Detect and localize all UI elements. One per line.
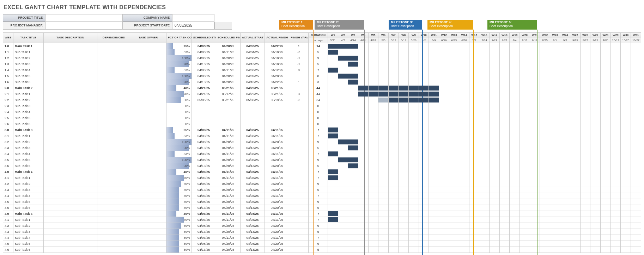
cell-scheduled-finish[interactable]: 04/11/25 — [216, 151, 240, 157]
cell-dependencies[interactable] — [97, 43, 130, 49]
cell-duration[interactable]: 5 — [309, 247, 328, 253]
cell-finish-variance[interactable] — [289, 229, 309, 235]
cell-actual-start[interactable]: 04/09/25 — [240, 73, 265, 79]
cell-actual-start[interactable] — [240, 121, 265, 127]
cell-actual-start[interactable]: 04/22/25 — [240, 91, 265, 97]
cell-actual-start[interactable]: 05/03/25 — [240, 97, 265, 103]
cell-dependencies[interactable] — [97, 133, 130, 139]
cell-finish-variance[interactable] — [289, 205, 309, 211]
cell-actual-finish[interactable]: 04/20/25 — [265, 187, 289, 193]
cell-task-title[interactable]: Sub Task 3 — [13, 145, 43, 151]
cell-scheduled-finish[interactable]: 04/20/25 — [216, 157, 240, 163]
cell-duration[interactable]: 8 — [309, 73, 328, 79]
cell-task-owner[interactable] — [130, 67, 166, 73]
task-row[interactable]: 1.6Sub Task 690%04/13/2504/20/2504/18/25… — [3, 79, 641, 85]
cell-pct[interactable]: 90% — [166, 79, 192, 85]
cell-finish-variance[interactable]: 0 — [289, 67, 309, 73]
cell-scheduled-finish[interactable]: 04/11/25 — [216, 67, 240, 73]
cell-pct[interactable]: 50% — [166, 247, 192, 253]
cell-finish-variance[interactable] — [289, 181, 309, 187]
cell-actual-start[interactable]: 04/13/25 — [240, 145, 265, 151]
cell-dependencies[interactable] — [97, 187, 130, 193]
cell-task-desc[interactable] — [43, 205, 97, 211]
cell-task-title[interactable]: Sub Task 4 — [13, 193, 43, 199]
cell-actual-start[interactable]: 04/13/25 — [240, 163, 265, 169]
cell-actual-finish[interactable]: 04/20/25 — [265, 157, 289, 163]
cell-duration[interactable]: 7 — [309, 217, 328, 223]
cell-scheduled-start[interactable]: 04/13/25 — [192, 79, 216, 85]
cell-actual-start[interactable]: 04/22/25 — [240, 85, 265, 91]
cell-pct[interactable]: 100% — [166, 139, 192, 145]
cell-task-title[interactable]: Sub Task 1 — [13, 91, 43, 97]
cell-task-desc[interactable] — [43, 121, 97, 127]
cell-task-owner[interactable] — [130, 121, 166, 127]
cell-task-title[interactable]: Sub Task 1 — [13, 133, 43, 139]
cell-finish-variance[interactable] — [289, 85, 309, 91]
cell-task-title[interactable]: Sub Task 4 — [13, 109, 43, 115]
cell-scheduled-finish[interactable]: 04/20/25 — [216, 73, 240, 79]
cell-task-title[interactable]: Main Task 4 — [13, 169, 43, 175]
cell-task-owner[interactable] — [130, 103, 166, 109]
task-row[interactable]: 3.1Sub Task 133%04/03/2504/11/2504/03/25… — [3, 133, 641, 139]
cell-scheduled-start[interactable]: 04/13/25 — [192, 187, 216, 193]
cell-actual-start[interactable]: 04/04/25 — [240, 49, 265, 55]
cell-task-owner[interactable] — [130, 109, 166, 115]
cell-finish-variance[interactable] — [289, 103, 309, 109]
cell-finish-variance[interactable]: 3 — [289, 91, 309, 97]
cell-task-title[interactable]: Sub Task 4 — [13, 235, 43, 241]
cell-task-owner[interactable] — [130, 157, 166, 163]
task-row[interactable]: 3.2Sub Task 2100%04/08/2504/20/2504/08/2… — [3, 139, 641, 145]
cell-dependencies[interactable] — [97, 67, 130, 73]
task-row[interactable]: 4.0Main Task 440%04/03/2504/11/2504/03/2… — [3, 169, 641, 175]
cell-wbs[interactable]: 4.6 — [3, 247, 13, 253]
cell-duration[interactable]: 5 — [309, 49, 328, 55]
cell-scheduled-finish[interactable]: 04/20/25 — [216, 79, 240, 85]
cell-task-title[interactable]: Sub Task 2 — [13, 55, 43, 61]
cell-scheduled-start[interactable] — [192, 109, 216, 115]
cell-scheduled-finish[interactable]: 04/20/25 — [216, 229, 240, 235]
cell-duration[interactable]: 44 — [309, 85, 328, 91]
cell-task-desc[interactable] — [43, 247, 97, 253]
cell-task-desc[interactable] — [43, 211, 97, 217]
cell-task-owner[interactable] — [130, 163, 166, 169]
cell-task-desc[interactable] — [43, 115, 97, 121]
cell-scheduled-finish[interactable] — [216, 103, 240, 109]
cell-scheduled-start[interactable]: 04/03/25 — [192, 49, 216, 55]
cell-task-owner[interactable] — [130, 145, 166, 151]
cell-task-title[interactable]: Sub Task 3 — [13, 229, 43, 235]
cell-actual-finish[interactable]: 04/10/25 — [265, 49, 289, 55]
cell-actual-start[interactable]: 04/18/25 — [240, 79, 265, 85]
cell-actual-finish[interactable]: 04/18/25 — [265, 61, 289, 67]
cell-task-title[interactable]: Sub Task 2 — [13, 139, 43, 145]
cell-actual-start[interactable]: 04/03/25 — [240, 67, 265, 73]
cell-duration[interactable]: 9 — [309, 241, 328, 247]
cell-task-desc[interactable] — [43, 145, 97, 151]
cell-scheduled-finish[interactable]: 04/11/25 — [216, 169, 240, 175]
cell-scheduled-start[interactable]: 04/08/25 — [192, 223, 216, 229]
project-start-input[interactable]: 04/03/2025 — [172, 22, 214, 30]
cell-scheduled-start[interactable]: 04/13/25 — [192, 61, 216, 67]
cell-scheduled-finish[interactable]: 04/20/25 — [216, 61, 240, 67]
cell-pct[interactable]: 50% — [166, 205, 192, 211]
cell-task-owner[interactable] — [130, 133, 166, 139]
cell-actual-start[interactable]: 04/03/25 — [240, 43, 265, 49]
task-row[interactable]: 4.2Sub Task 260%04/08/2504/20/2504/08/25… — [3, 223, 641, 229]
cell-dependencies[interactable] — [97, 139, 130, 145]
cell-wbs[interactable]: 3.5 — [3, 157, 13, 163]
cell-finish-variance[interactable] — [289, 73, 309, 79]
cell-actual-start[interactable]: 04/03/25 — [240, 193, 265, 199]
cell-wbs[interactable]: 3.1 — [3, 133, 13, 139]
cell-scheduled-finish[interactable] — [216, 109, 240, 115]
cell-scheduled-start[interactable]: 04/03/25 — [192, 211, 216, 217]
cell-actual-finish[interactable]: 04/11/25 — [265, 217, 289, 223]
cell-pct[interactable]: 50% — [166, 229, 192, 235]
cell-duration[interactable]: 44 — [309, 91, 328, 97]
cell-dependencies[interactable] — [97, 109, 130, 115]
cell-task-title[interactable]: Sub Task 6 — [13, 205, 43, 211]
cell-finish-variance[interactable]: -3 — [289, 97, 309, 103]
cell-finish-variance[interactable] — [289, 115, 309, 121]
cell-wbs[interactable]: 4.3 — [3, 229, 13, 235]
cell-finish-variance[interactable]: -2 — [289, 61, 309, 67]
task-row[interactable]: 4.3Sub Task 350%04/13/2504/20/2504/13/25… — [3, 187, 641, 193]
cell-scheduled-start[interactable]: 05/05/25 — [192, 97, 216, 103]
